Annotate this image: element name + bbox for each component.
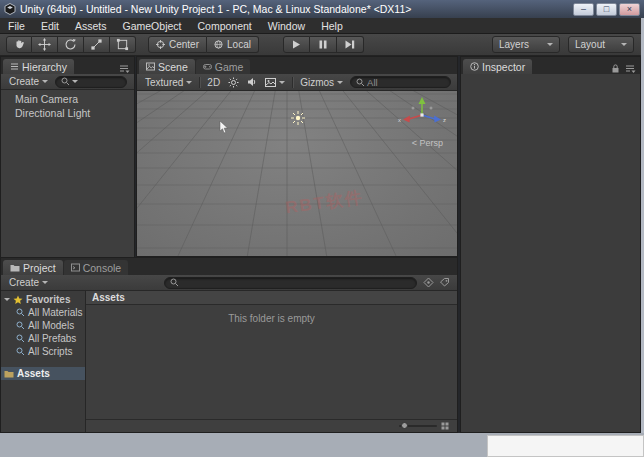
minimize-button[interactable]: – [573, 3, 594, 16]
maximize-button[interactable]: □ [596, 3, 617, 16]
grid-view-icon[interactable] [441, 422, 449, 430]
panel-menu-icon[interactable] [119, 63, 130, 74]
menu-file[interactable]: File [0, 18, 33, 34]
layout-label: Layout [575, 39, 605, 50]
scene-audio-toggle[interactable] [243, 75, 261, 89]
scene-search-input[interactable]: All [350, 76, 451, 88]
game-icon [203, 62, 212, 71]
hierarchy-tabbar: Hierarchy [1, 57, 134, 74]
layers-dropdown[interactable]: Layers [492, 36, 560, 53]
search-filter-caret-icon [72, 80, 78, 83]
favorite-label: All Prefabs [28, 333, 76, 344]
hierarchy-toolbar: Create [1, 74, 134, 90]
main-toolbar: Center Local Layers Layout [0, 34, 644, 56]
2d-toggle-button[interactable]: 2D [203, 75, 224, 89]
scene-effects-dropdown[interactable] [261, 75, 289, 89]
space-mode-button[interactable]: Local [207, 36, 259, 53]
thumbnail-size-slider[interactable] [399, 425, 437, 427]
inspector-tabbar: Inspector [461, 57, 640, 74]
window-title: Unity (64bit) - Untitled - New Unity Pro… [20, 3, 411, 15]
play-icon [292, 40, 301, 49]
menu-help[interactable]: Help [313, 18, 351, 34]
slider-knob[interactable] [401, 422, 408, 429]
gizmos-dropdown[interactable]: Gizmos [296, 75, 347, 89]
asset-pane-footer [86, 419, 457, 432]
pause-button[interactable] [310, 36, 337, 53]
tab-inspector-label: Inspector [482, 61, 525, 73]
menu-edit[interactable]: Edit [33, 18, 67, 34]
rotate-tool-button[interactable] [58, 36, 84, 53]
asset-pane-content[interactable]: This folder is empty [86, 305, 457, 419]
hierarchy-search-input[interactable] [55, 76, 127, 88]
play-button[interactable] [283, 36, 310, 53]
favorite-all-scripts[interactable]: All Scripts [1, 345, 85, 358]
scene-lighting-toggle[interactable] [224, 75, 243, 89]
favorite-all-models[interactable]: All Models [1, 319, 85, 332]
search-by-label-icon[interactable] [439, 277, 450, 288]
console-icon [71, 263, 80, 272]
favorites-label: Favorites [26, 294, 70, 305]
render-mode-dropdown[interactable]: Textured [141, 75, 196, 89]
hand-tool-button[interactable] [6, 36, 32, 53]
move-tool-button[interactable] [32, 36, 58, 53]
tab-game[interactable]: Game [196, 59, 251, 74]
rotate-icon [64, 38, 77, 51]
hierarchy-item-directional-light[interactable]: Directional Light [1, 106, 134, 120]
menu-window[interactable]: Window [260, 18, 313, 34]
chevron-down-icon [547, 43, 553, 46]
hierarchy-list: Main Camera Directional Light [1, 90, 134, 258]
layers-label: Layers [499, 39, 529, 50]
tab-console-label: Console [83, 262, 122, 274]
project-panel: Project Console Create Favorites All Ma [0, 257, 458, 433]
hierarchy-panel: Hierarchy Create Main Camera Directional… [0, 56, 135, 257]
search-by-type-icon[interactable] [423, 277, 434, 288]
favorite-all-prefabs[interactable]: All Prefabs [1, 332, 85, 345]
close-button[interactable]: × [619, 3, 640, 16]
star-icon [13, 295, 23, 305]
scale-tool-button[interactable] [84, 36, 110, 53]
tab-hierarchy[interactable]: Hierarchy [3, 59, 74, 74]
tab-inspector[interactable]: Inspector [463, 59, 532, 74]
layout-dropdown[interactable]: Layout [568, 36, 634, 53]
scene-panel: Scene Game Textured 2D Gizmos [136, 56, 458, 257]
project-body: Favorites All Materials All Models All P… [1, 291, 457, 432]
hierarchy-create-button[interactable]: Create [5, 75, 52, 89]
rect-tool-button[interactable] [110, 36, 136, 53]
pivot-space-toggles: Center Local [148, 36, 259, 53]
scene-orientation-gizmo[interactable]: x z [397, 95, 447, 137]
project-asset-pane: Assets This folder is empty [86, 291, 457, 432]
chevron-down-icon [621, 43, 627, 46]
tab-console[interactable]: Console [64, 260, 129, 275]
chevron-down-icon [186, 81, 192, 84]
lock-icon[interactable] [610, 63, 621, 74]
search-filter-icon [16, 308, 25, 317]
step-button[interactable] [337, 36, 364, 53]
assets-folder-label: Assets [17, 368, 50, 379]
create-label: Create [9, 277, 39, 288]
pivot-mode-button[interactable]: Center [148, 36, 207, 53]
project-search-input[interactable] [164, 277, 417, 289]
tab-project[interactable]: Project [3, 260, 63, 275]
create-label: Create [9, 76, 39, 87]
project-create-button[interactable]: Create [5, 276, 52, 290]
menu-assets[interactable]: Assets [67, 18, 115, 34]
step-icon [345, 40, 355, 49]
assets-folder-item[interactable]: Assets [1, 367, 85, 380]
perspective-toggle[interactable]: < Persp [412, 138, 443, 148]
project-folder-tree: Favorites All Materials All Models All P… [1, 291, 86, 432]
tab-game-label: Game [215, 61, 244, 73]
menu-component[interactable]: Component [189, 18, 259, 34]
panel-menu-icon[interactable] [625, 63, 636, 74]
menu-gameobject[interactable]: GameObject [115, 18, 190, 34]
empty-folder-message: This folder is empty [86, 313, 457, 324]
favorite-all-materials[interactable]: All Materials [1, 306, 85, 319]
hierarchy-item-main-camera[interactable]: Main Camera [1, 92, 134, 106]
unity-logo-icon [4, 3, 16, 15]
move-icon [38, 38, 51, 51]
scene-viewport[interactable]: x z < Persp RBT软件 [137, 91, 457, 256]
tab-scene[interactable]: Scene [139, 59, 195, 74]
project-tabbar: Project Console [1, 258, 457, 275]
search-filter-icon [16, 334, 25, 343]
favorites-foldout[interactable]: Favorites [1, 293, 85, 306]
directional-light-gizmo[interactable] [290, 110, 306, 126]
